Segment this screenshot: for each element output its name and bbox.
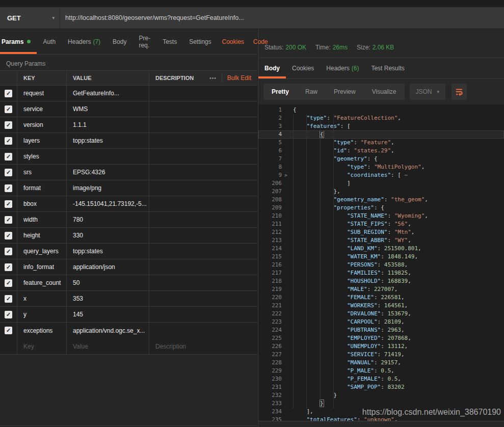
- view-tab-pretty[interactable]: Pretty: [263, 84, 297, 100]
- param-value-cell[interactable]: -145.151041,21.73192,-5...: [66, 196, 149, 211]
- placeholder-description-field[interactable]: Description: [149, 338, 257, 354]
- response-tab-headers[interactable]: Headers(6): [320, 58, 365, 78]
- param-value-cell[interactable]: GetFeatureInfo...: [66, 86, 149, 101]
- tab-pre-req-[interactable]: Pre-req.: [132, 29, 156, 54]
- method-dropdown[interactable]: GET ▾: [0, 7, 60, 29]
- param-key-cell[interactable]: feature_count: [17, 275, 66, 290]
- param-description-cell[interactable]: [149, 323, 257, 338]
- param-key-cell[interactable]: layers: [17, 133, 66, 148]
- row-checkbox[interactable]: ✓: [5, 169, 12, 176]
- line-number: 8: [258, 163, 282, 171]
- param-description-cell[interactable]: [149, 180, 257, 196]
- more-options-icon[interactable]: •••: [204, 75, 222, 81]
- row-checkbox[interactable]: ✓: [5, 216, 12, 224]
- param-value-cell[interactable]: [66, 149, 149, 164]
- fold-chevron-icon[interactable]: >: [282, 171, 290, 179]
- tab-tests[interactable]: Tests: [156, 29, 183, 54]
- param-description-cell[interactable]: [149, 117, 257, 132]
- url-input[interactable]: http://localhost:8080/geoserver/wms?requ…: [60, 7, 504, 29]
- param-description-cell[interactable]: [149, 149, 257, 164]
- row-checkbox[interactable]: ✓: [5, 279, 12, 287]
- param-key-cell[interactable]: info_format: [17, 259, 66, 275]
- param-description-cell[interactable]: [149, 259, 257, 275]
- row-checkbox[interactable]: ✓: [5, 295, 12, 303]
- param-value-cell[interactable]: topp:states: [66, 244, 149, 259]
- row-checkbox[interactable]: ✓: [5, 184, 12, 192]
- param-key-cell[interactable]: x: [17, 291, 66, 306]
- param-value-cell[interactable]: 780: [66, 212, 149, 227]
- cookies-link[interactable]: Cookies: [218, 38, 249, 45]
- code-link[interactable]: Code: [249, 38, 273, 45]
- param-description-cell[interactable]: [149, 196, 257, 211]
- param-key-cell[interactable]: query_layers: [17, 244, 66, 259]
- param-key-cell[interactable]: request: [17, 86, 66, 101]
- row-checkbox[interactable]: ✓: [5, 248, 12, 255]
- row-checkbox[interactable]: ✓: [5, 105, 12, 113]
- param-value-cell[interactable]: EPSG:4326: [66, 165, 149, 180]
- view-tab-raw[interactable]: Raw: [297, 84, 326, 100]
- row-checkbox[interactable]: ✓: [5, 200, 12, 208]
- checkbox-cell: ✓: [0, 165, 17, 180]
- param-description-cell[interactable]: [149, 133, 257, 148]
- param-value-cell[interactable]: application/json: [66, 259, 149, 275]
- response-footer: [258, 421, 504, 427]
- param-value-cell[interactable]: application/vnd.ogc.se_x...: [66, 323, 149, 338]
- param-description-cell[interactable]: [149, 307, 257, 322]
- line-number: 2: [258, 114, 282, 122]
- param-description-cell[interactable]: [149, 165, 257, 180]
- view-tab-visualize[interactable]: Visualize: [364, 84, 405, 100]
- row-checkbox[interactable]: ✓: [5, 311, 12, 318]
- param-description-cell[interactable]: [149, 291, 257, 306]
- format-select[interactable]: JSON ▾: [410, 84, 446, 100]
- view-tab-preview[interactable]: Preview: [326, 84, 364, 100]
- param-value-cell[interactable]: 1.1.1: [66, 117, 149, 132]
- response-tab-test-results[interactable]: Test Results: [365, 58, 410, 78]
- param-key-cell[interactable]: format: [17, 180, 66, 196]
- tab-auth[interactable]: Auth: [37, 29, 62, 54]
- param-description-cell[interactable]: [149, 275, 257, 290]
- tab-params[interactable]: Params: [0, 29, 37, 54]
- json-punct: }: [333, 392, 337, 398]
- param-value-cell[interactable]: topp:states: [66, 133, 149, 148]
- param-value-cell[interactable]: WMS: [66, 101, 149, 117]
- param-description-cell[interactable]: [149, 212, 257, 227]
- param-value-cell[interactable]: 145: [66, 307, 149, 322]
- param-key-cell[interactable]: bbox: [17, 196, 66, 211]
- param-description-cell[interactable]: [149, 101, 257, 117]
- param-value-cell[interactable]: 353: [66, 291, 149, 306]
- row-checkbox[interactable]: ✓: [5, 90, 12, 97]
- tab-headers[interactable]: Headers(7): [62, 29, 107, 54]
- param-key-cell[interactable]: version: [17, 117, 66, 132]
- response-body-code[interactable]: 1{2 "type": "FeatureCollection",3 "featu…: [258, 104, 504, 421]
- row-checkbox[interactable]: ✓: [5, 137, 12, 145]
- response-tab-body[interactable]: Body: [258, 58, 286, 78]
- fold-column: [282, 318, 290, 326]
- tab-settings[interactable]: Settings: [183, 29, 217, 54]
- param-key-cell[interactable]: srs: [17, 165, 66, 180]
- row-checkbox[interactable]: ✓: [5, 153, 12, 161]
- row-checkbox[interactable]: ✓: [5, 232, 12, 239]
- param-key-cell[interactable]: service: [17, 101, 66, 117]
- param-description-cell[interactable]: [149, 228, 257, 243]
- param-key-cell[interactable]: styles: [17, 149, 66, 164]
- param-key-cell[interactable]: height: [17, 228, 66, 243]
- checkbox-cell: ✓: [0, 117, 17, 132]
- row-checkbox[interactable]: ✓: [5, 121, 12, 129]
- row-checkbox[interactable]: ✓: [5, 263, 12, 271]
- param-description-cell[interactable]: [149, 86, 257, 101]
- response-tab-cookies[interactable]: Cookies: [286, 58, 320, 78]
- code-text: "id": "states.29",: [293, 147, 394, 155]
- word-wrap-button[interactable]: [452, 84, 467, 100]
- param-value-cell[interactable]: 330: [66, 228, 149, 243]
- param-value-cell[interactable]: 50: [66, 275, 149, 290]
- tab-body[interactable]: Body: [107, 29, 132, 54]
- param-description-cell[interactable]: [149, 244, 257, 259]
- placeholder-value-field[interactable]: Value: [66, 338, 149, 354]
- param-key-cell[interactable]: y: [17, 307, 66, 322]
- param-value-cell[interactable]: image/png: [66, 180, 149, 196]
- param-key-cell[interactable]: width: [17, 212, 66, 227]
- row-checkbox[interactable]: ✓: [5, 327, 12, 334]
- placeholder-key-field[interactable]: Key: [17, 338, 66, 354]
- bulk-edit-button[interactable]: Bulk Edit: [227, 74, 251, 82]
- param-key-cell[interactable]: exceptions: [17, 323, 66, 338]
